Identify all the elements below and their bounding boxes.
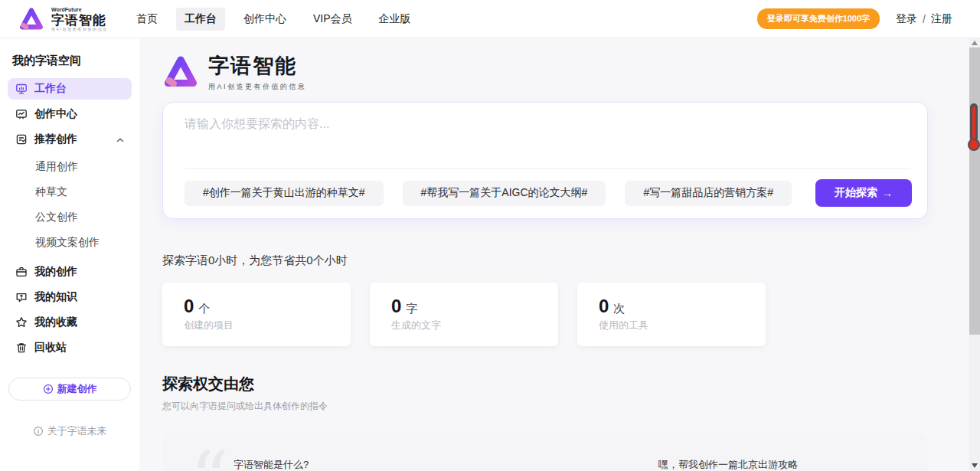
section-subtitle: 您可以向字语提问或给出具体创作的指令 (162, 400, 980, 413)
sidebar-subitem-seeding-article[interactable]: 种草文 (8, 179, 132, 204)
stat-label: 使用的工具 (599, 319, 766, 332)
section-title: 探索权交由您 (162, 374, 980, 394)
sidebar-item-creation-center[interactable]: 创作中心 (8, 103, 132, 125)
triangle-logo-icon-large (162, 54, 199, 90)
info-circle-icon (33, 426, 44, 437)
stat-label: 创建的项目 (184, 319, 351, 332)
sidebar-title: 我的字语空间 (8, 51, 132, 78)
app-window: WordFuture 字语智能 用AI创造更有价值的信息 首页 工作台 创作中心… (0, 0, 980, 471)
sidebar-item-label: 工作台 (34, 82, 67, 96)
prompt-chips-row: #创作一篇关于黄山出游的种草文# #帮我写一篇关于AIGC的论文大纲# #写一篇… (163, 169, 927, 218)
example-prompt-text: 嘿，帮我创作一篇北京出游攻略 (658, 458, 798, 471)
nav-workbench[interactable]: 工作台 (176, 8, 225, 31)
auth-separator: / (923, 13, 926, 25)
stat-cards-row: 0 个 创建的项目 0 字 生成的文字 0 次 (162, 283, 980, 346)
sidebar-item-my-works[interactable]: 我的创作 (8, 261, 132, 283)
sidebar-item-label: 回收站 (34, 341, 67, 355)
sidebar-subitem-general-creation[interactable]: 通用创作 (8, 154, 132, 179)
vertical-scrollbar (969, 38, 980, 471)
brand-tagline: 用AI创造更有价值的信息 (51, 28, 108, 31)
scrollbar-thumb[interactable] (969, 47, 980, 335)
triangle-logo-icon (18, 6, 44, 32)
brand-wordfuture: WordFuture (51, 7, 108, 12)
stat-card-projects: 0 个 创建的项目 (162, 283, 351, 346)
new-creation-button[interactable]: 新建创作 (8, 378, 131, 401)
scrollbar-down-arrow[interactable] (972, 463, 978, 468)
thermometer-icon (967, 103, 980, 152)
briefcase-icon (15, 266, 28, 278)
about-label: 关于字语未来 (47, 424, 107, 438)
sidebar-subitem-video-script[interactable]: 视频文案创作 (8, 230, 132, 255)
stat-card-words: 0 字 生成的文字 (370, 283, 558, 346)
sidebar-item-label: 我的知识 (34, 290, 77, 304)
nav-creation-center[interactable]: 创作中心 (235, 8, 295, 31)
doc-check-icon (15, 133, 28, 146)
top-navigation: 首页 工作台 创作中心 VIP会员 企业版 (128, 8, 420, 31)
quote-icon: “ (190, 449, 236, 471)
new-creation-label: 新建创作 (57, 382, 97, 396)
stat-label: 生成的文字 (391, 319, 558, 332)
sidebar-subitem-official-doc[interactable]: 公文创作 (8, 204, 132, 230)
search-input[interactable] (185, 116, 906, 168)
hero-brand-name: 字语智能 (208, 52, 307, 80)
monitor-icon (15, 83, 28, 95)
stats-summary-text: 探索字语0小时，为您节省共0个小时 (162, 253, 980, 268)
brand-name: 字语智能 (51, 14, 108, 27)
chat-question-icon (15, 291, 28, 303)
login-link[interactable]: 登录 (896, 12, 917, 26)
nav-vip[interactable]: VIP会员 (305, 8, 361, 31)
promo-badge[interactable]: 登录即可享免费创作1000字 (757, 8, 880, 29)
prompt-chip-aigc[interactable]: #帮我写一篇关于AIGC的论文大纲# (403, 181, 606, 206)
plus-circle-icon (43, 384, 54, 394)
stat-unit: 个 (198, 302, 210, 316)
top-bar: WordFuture 字语智能 用AI创造更有价值的信息 首页 工作台 创作中心… (0, 0, 980, 38)
nav-enterprise[interactable]: 企业版 (371, 8, 420, 31)
top-right-group: 登录即可享免费创作1000字 登录 / 注册 (757, 8, 952, 29)
sidebar-item-recommended[interactable]: 推荐创作 (8, 129, 132, 150)
chevron-up-icon[interactable] (116, 133, 124, 146)
stat-unit: 次 (613, 302, 625, 316)
star-icon (15, 316, 28, 329)
stat-value: 0 (184, 296, 194, 317)
monitor-chart-icon (15, 108, 28, 120)
example-question-text: 字语智能是什么? (234, 458, 309, 471)
sidebar: 我的字语空间 工作台 创作中心 推荐 (0, 38, 139, 471)
sidebar-item-label: 推荐创作 (34, 132, 77, 146)
arrow-right-icon: → (882, 187, 893, 199)
auth-links: 登录 / 注册 (896, 12, 952, 26)
sidebar-item-label: 我的创作 (34, 265, 77, 279)
start-explore-button[interactable]: 开始探索 → (815, 179, 912, 207)
hero-tagline: 用AI创造更有价值的信息 (208, 82, 307, 92)
sidebar-item-label: 创作中心 (34, 107, 77, 121)
start-explore-label: 开始探索 (835, 186, 877, 200)
promo-badge-pointer (874, 13, 880, 21)
sidebar-item-my-knowledge[interactable]: 我的知识 (8, 286, 132, 308)
main-content: 字语智能 用AI创造更有价值的信息 #创作一篇关于黄山出游的种草文# #帮我写一… (139, 38, 980, 471)
trash-icon (15, 342, 28, 354)
example-prompts-card: “ 字语智能是什么? 嘿，帮我创作一篇北京出游攻略 (162, 432, 928, 471)
sidebar-item-recycle-bin[interactable]: 回收站 (8, 337, 132, 358)
sidebar-item-my-favorites[interactable]: 我的收藏 (8, 312, 132, 333)
brand-text-block: WordFuture 字语智能 用AI创造更有价值的信息 (51, 7, 108, 31)
stat-value: 0 (599, 296, 609, 317)
scrollbar-up-arrow[interactable] (972, 41, 978, 45)
prompt-chip-dessert[interactable]: #写一篇甜品店的营销方案# (625, 181, 792, 206)
stat-card-tools: 0 次 使用的工具 (577, 283, 766, 346)
stat-value: 0 (391, 296, 401, 317)
prompt-chip-huangshan[interactable]: #创作一篇关于黄山出游的种草文# (185, 181, 384, 206)
search-card: #创作一篇关于黄山出游的种草文# #帮我写一篇关于AIGC的论文大纲# #写一篇… (162, 102, 928, 219)
register-link[interactable]: 注册 (931, 12, 952, 26)
hero-logo-block: 字语智能 用AI创造更有价值的信息 (162, 52, 980, 92)
stat-unit: 字 (406, 302, 417, 316)
sidebar-item-workbench[interactable]: 工作台 (8, 78, 132, 100)
about-link[interactable]: 关于字语未来 (0, 424, 139, 438)
brand-logo[interactable]: WordFuture 字语智能 用AI创造更有价值的信息 (18, 6, 108, 32)
nav-home[interactable]: 首页 (128, 8, 166, 31)
sidebar-item-label: 我的收藏 (34, 316, 77, 329)
